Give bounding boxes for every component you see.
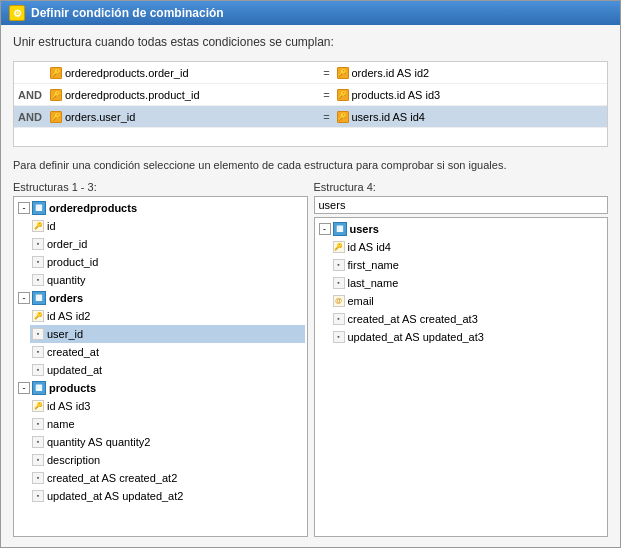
col-icon: ▪ (32, 256, 44, 268)
right-panel-search[interactable] (314, 196, 609, 214)
tree-group-orders[interactable]: - ▦ orders (16, 289, 305, 307)
tree-item[interactable]: ▪ description (30, 451, 305, 469)
key-icon-right: 🔑 (337, 111, 349, 123)
cond-right-text: products.id AS id3 (352, 89, 604, 101)
tree-item[interactable]: ▪ quantity (30, 271, 305, 289)
table-name: products (49, 380, 96, 396)
col-name: updated_at AS updated_at2 (47, 488, 183, 504)
col-name: description (47, 452, 100, 468)
col-icon: ▪ (333, 277, 345, 289)
col-name: first_name (348, 257, 399, 273)
tree-item[interactable]: 🔑 id (30, 217, 305, 235)
col-name: id AS id4 (348, 239, 391, 255)
tree-item[interactable]: 🔑 id AS id4 (331, 238, 606, 256)
tree-group-users[interactable]: - ▦ users (317, 220, 606, 238)
col-name: updated_at (47, 362, 102, 378)
cond-prefix: AND (18, 89, 50, 101)
col-name: created_at (47, 344, 99, 360)
tree-item[interactable]: ▪ order_id (30, 235, 305, 253)
expand-icon[interactable]: - (18, 202, 30, 214)
col-key-icon: 🔑 (32, 220, 44, 232)
tree-item[interactable]: ▪ created_at AS created_at2 (30, 469, 305, 487)
tree-item[interactable]: ▪ created_at AS created_at3 (331, 310, 606, 328)
col-key-icon: 🔑 (333, 241, 345, 253)
col-name: quantity (47, 272, 86, 288)
col-icon: ▪ (32, 328, 44, 340)
key-icon-right: 🔑 (337, 67, 349, 79)
tree-group-products[interactable]: - ▦ products (16, 379, 305, 397)
tree-item[interactable]: ▪ first_name (331, 256, 606, 274)
table-name: orderedproducts (49, 200, 137, 216)
col-name: last_name (348, 275, 399, 291)
tree-item[interactable]: 🔑 id AS id3 (30, 397, 305, 415)
dialog-title: Definir condición de combinación (31, 6, 224, 20)
tree-item[interactable]: ▪ product_id (30, 253, 305, 271)
table-name: users (350, 221, 379, 237)
col-name: id AS id3 (47, 398, 90, 414)
left-panel-label: Estructuras 1 - 3: (13, 181, 308, 193)
hint-text: Para definir una condición seleccione un… (13, 159, 608, 171)
table-icon: ▦ (32, 381, 46, 395)
tree-group-orderedproducts[interactable]: - ▦ orderedproducts (16, 199, 305, 217)
section-label: Unir estructura cuando todas estas condi… (13, 35, 608, 49)
expand-icon[interactable]: - (18, 382, 30, 394)
tree-item-selected[interactable]: ▪ user_id (30, 325, 305, 343)
col-name: created_at AS created_at3 (348, 311, 478, 327)
cond-left-text: orderedproducts.product_id (65, 89, 317, 101)
col-icon: ▪ (32, 346, 44, 358)
col-name: product_id (47, 254, 98, 270)
left-tree-container[interactable]: - ▦ orderedproducts 🔑 id ▪ order_id ▪ (13, 196, 308, 537)
key-icon-right: 🔑 (337, 89, 349, 101)
col-icon: ▪ (32, 436, 44, 448)
col-icon: ▪ (32, 490, 44, 502)
col-name: created_at AS created_at2 (47, 470, 177, 486)
tree-item[interactable]: ▪ created_at (30, 343, 305, 361)
col-name: email (348, 293, 374, 309)
title-bar: ⚙ Definir condición de combinación (1, 1, 620, 25)
col-name: quantity AS quantity2 (47, 434, 150, 450)
col-key-icon: @ (333, 295, 345, 307)
tree-item[interactable]: ▪ updated_at (30, 361, 305, 379)
tree-item[interactable]: ▪ name (30, 415, 305, 433)
condition-row-empty (14, 128, 607, 146)
col-icon: ▪ (333, 259, 345, 271)
right-panel-label: Estructura 4: (314, 181, 609, 193)
tree-item[interactable]: ▪ last_name (331, 274, 606, 292)
col-icon: ▪ (32, 454, 44, 466)
table-icon: ▦ (333, 222, 347, 236)
condition-row[interactable]: AND 🔑 orderedproducts.product_id = 🔑 pro… (14, 84, 607, 106)
tree-item[interactable]: ▪ updated_at AS updated_at2 (30, 487, 305, 505)
tree-item[interactable]: ▪ quantity AS quantity2 (30, 433, 305, 451)
tree-item[interactable]: @ email (331, 292, 606, 310)
col-name: id AS id2 (47, 308, 90, 324)
col-name: name (47, 416, 75, 432)
expand-icon[interactable]: - (319, 223, 331, 235)
col-icon: ▪ (333, 331, 345, 343)
cond-left-text: orders.user_id (65, 111, 317, 123)
title-icon: ⚙ (9, 5, 25, 21)
col-icon: ▪ (32, 418, 44, 430)
tree-item[interactable]: 🔑 id AS id2 (30, 307, 305, 325)
tree-item[interactable]: ▪ updated_at AS updated_at3 (331, 328, 606, 346)
key-icon: 🔑 (50, 67, 62, 79)
col-name: user_id (47, 326, 83, 342)
col-name: order_id (47, 236, 87, 252)
col-icon: ▪ (32, 472, 44, 484)
condition-row-selected[interactable]: AND 🔑 orders.user_id = 🔑 users.id AS id4 (14, 106, 607, 128)
key-icon: 🔑 (50, 111, 62, 123)
cond-prefix: AND (18, 111, 50, 123)
col-name: id (47, 218, 56, 234)
table-icon: ▦ (32, 291, 46, 305)
col-icon: ▪ (32, 274, 44, 286)
cond-right-text: orders.id AS id2 (352, 67, 604, 79)
conditions-table: 🔑 orderedproducts.order_id = 🔑 orders.id… (13, 61, 608, 147)
col-icon: ▪ (333, 313, 345, 325)
col-icon: ▪ (32, 364, 44, 376)
right-panel: Estructura 4: - ▦ users 🔑 id AS id4 ▪ (314, 181, 609, 537)
key-icon: 🔑 (50, 89, 62, 101)
cond-right-text: users.id AS id4 (352, 111, 604, 123)
condition-row[interactable]: 🔑 orderedproducts.order_id = 🔑 orders.id… (14, 62, 607, 84)
right-tree-container[interactable]: - ▦ users 🔑 id AS id4 ▪ first_name ▪ (314, 217, 609, 537)
dialog-window: ⚙ Definir condición de combinación Unir … (0, 0, 621, 548)
expand-icon[interactable]: - (18, 292, 30, 304)
